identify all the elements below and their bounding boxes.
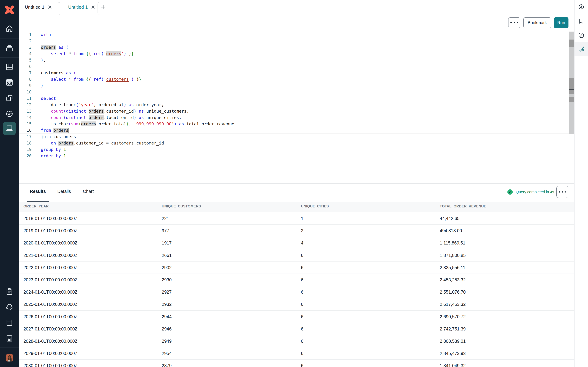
code-line-7[interactable]: 7customers as ( (19, 70, 569, 76)
code-line-6[interactable]: 6 (19, 63, 569, 70)
code-line-17[interactable]: 17join customers (19, 133, 569, 140)
code-line-12[interactable]: 12 date_trunc('year', ordered_at) as ord… (19, 102, 569, 108)
tab-details[interactable]: Details (57, 184, 71, 199)
cell: 6 (301, 347, 303, 359)
rail-item-ai-assistant[interactable] (574, 42, 588, 56)
sidebar-item-notes[interactable] (0, 284, 19, 300)
sidebar-item-explore[interactable] (0, 106, 19, 122)
table-row[interactable]: 2022-01-01T00:00:00.000Z290262,325,556.1… (19, 261, 574, 274)
tab-bar: Untitled 1 Untitled 1 (19, 0, 574, 14)
code-text: count(distinct orders.customer_id) as un… (41, 108, 189, 114)
sidebar-item-docs[interactable] (0, 315, 19, 331)
cell: 6 (301, 286, 303, 298)
tab-separator-line (97, 2, 100, 15)
code-line-19[interactable]: 19group by 1 (19, 146, 569, 153)
table-row[interactable]: 2024-01-01T00:00:00.000Z292762,551,076.7… (19, 286, 574, 298)
table-row[interactable]: 2030-01-01T00:00:00.000Z287961,841,049.3… (19, 359, 574, 367)
line-number-9: 9 (19, 83, 32, 89)
ellipsis-dot (565, 191, 566, 192)
sidebar-item-dashboards[interactable] (0, 59, 19, 75)
inbox-icon (5, 44, 14, 52)
run-button[interactable]: Run (554, 17, 569, 28)
sidebar-item-support[interactable] (0, 299, 19, 315)
close-icon (91, 5, 95, 9)
table-row[interactable]: 2028-01-01T00:00:00.000Z294962,808,539.0… (19, 335, 574, 347)
table-row[interactable]: 2021-01-01T00:00:00.000Z266161,871,800.8… (19, 249, 574, 261)
table-row[interactable]: 2025-01-01T00:00:00.000Z293262,617,453.3… (19, 298, 574, 310)
table-row[interactable]: 2027-01-01T00:00:00.000Z294662,742,751.3… (19, 323, 574, 335)
code-line-20[interactable]: 20order by 1 (19, 153, 569, 159)
plus-icon (101, 5, 105, 9)
code-line-14[interactable]: 14 count(distinct orders.location_id) as… (19, 114, 569, 121)
cell: 2028-01-01T00:00:00.000Z (23, 335, 78, 347)
code-text: ) (41, 83, 43, 89)
column-header-total_order_revenue[interactable]: TOTAL_ORDER_REVENUE (440, 202, 486, 210)
column-header-order_year[interactable]: ORDER_YEAR (23, 202, 49, 210)
new-tab-button[interactable] (101, 5, 105, 9)
code-text: order by 1 (41, 153, 66, 159)
code-line-16[interactable]: 16from orders (19, 127, 569, 133)
editor-scrollbar[interactable] (569, 32, 574, 134)
sidebar-item-develop[interactable] (0, 75, 19, 90)
code-text: ), (41, 57, 46, 63)
cell: 2,325,556.11 (440, 261, 465, 274)
headset-icon (6, 303, 13, 311)
cell: 2944 (162, 311, 172, 323)
sidebar-item-duplicate[interactable] (0, 90, 19, 106)
code-line-3[interactable]: 3orders as ( (19, 44, 569, 50)
table-row[interactable]: 2019-01-01T00:00:00.000Z9772494,818.00 (19, 225, 574, 237)
code-line-2[interactable]: 2 (19, 38, 569, 44)
sidebar-item-inbox[interactable] (0, 39, 19, 57)
cell: 2,453,253.32 (440, 274, 466, 286)
sql-editor[interactable]: 1with23orders as (4 select * from {{ ref… (19, 31, 574, 183)
cell: 2,551,076.70 (440, 286, 466, 298)
line-number-12: 12 (19, 102, 32, 108)
results-more-button[interactable] (556, 186, 568, 198)
code-line-18[interactable]: 18 on orders.customer_id = customers.cus… (19, 140, 569, 146)
sidebar-item-home[interactable] (0, 20, 19, 37)
code-line-8[interactable]: 8 select * from {{ ref('customers') }} (19, 76, 569, 83)
sidebar-item-organization[interactable] (0, 331, 19, 346)
rail-item-history[interactable] (574, 28, 588, 42)
tab-results[interactable]: Results (30, 184, 46, 199)
laptop-icon[interactable] (0, 122, 19, 135)
table-row[interactable]: 2020-01-01T00:00:00.000Z191741,115,869.5… (19, 237, 574, 249)
laptop-icon (5, 124, 14, 133)
table-row[interactable]: 2018-01-01T00:00:00.000Z221144,442.65 (19, 212, 574, 225)
cell: 2902 (162, 261, 172, 274)
tab-untitled-2[interactable]: Untitled 1 (68, 0, 88, 14)
tab-untitled-1[interactable]: Untitled 1 (25, 0, 44, 14)
code-line-15[interactable]: 15 to_char(sum(orders.order_total), '999… (19, 121, 569, 127)
bookmark-icon (578, 18, 584, 24)
code-line-11[interactable]: 11select (19, 95, 569, 102)
code-line-5[interactable]: 5), (19, 57, 569, 63)
left-sidebar (0, 0, 19, 367)
table-row[interactable]: 2029-01-01T00:00:00.000Z295462,845,473.9… (19, 347, 574, 359)
tab-1-close-icon[interactable] (48, 5, 52, 9)
code-text: select * from {{ ref('customers') }} (41, 76, 141, 83)
code-line-9[interactable]: 9) (19, 83, 569, 89)
compass-icon (578, 4, 584, 10)
column-header-unique_customers[interactable]: UNIQUE_CUSTOMERS (162, 202, 201, 210)
cell: 2022-01-01T00:00:00.000Z (23, 261, 78, 274)
line-number-14: 14 (19, 114, 32, 121)
table-row[interactable]: 2026-01-01T00:00:00.000Z294462,690,570.7… (19, 311, 574, 323)
code-line-1[interactable]: 1with (19, 31, 569, 38)
avatar[interactable] (0, 354, 19, 362)
rail-item-bookmarks[interactable] (574, 14, 588, 28)
cell: 1,115,869.51 (440, 237, 465, 249)
dbt-logo[interactable] (0, 2, 19, 18)
tab-chart[interactable]: Chart (83, 184, 94, 199)
code-line-10[interactable]: 10 (19, 89, 569, 95)
bookmark-button[interactable]: Bookmark (523, 17, 551, 28)
code-line-4[interactable]: 4 select * from {{ ref('orders') }} (19, 50, 569, 57)
line-number-8: 8 (19, 76, 32, 83)
rail-item-explore[interactable] (574, 0, 588, 14)
code-text: from orders (41, 127, 69, 133)
code-line-13[interactable]: 13 count(distinct orders.customer_id) as… (19, 108, 569, 114)
line-number-4: 4 (19, 50, 32, 57)
tab-2-close-icon[interactable] (91, 5, 95, 9)
table-row[interactable]: 2023-01-01T00:00:00.000Z293062,453,253.3… (19, 274, 574, 286)
editor-more-button[interactable] (508, 17, 520, 28)
column-header-unique_cities[interactable]: UNIQUE_CITIES (301, 202, 329, 210)
